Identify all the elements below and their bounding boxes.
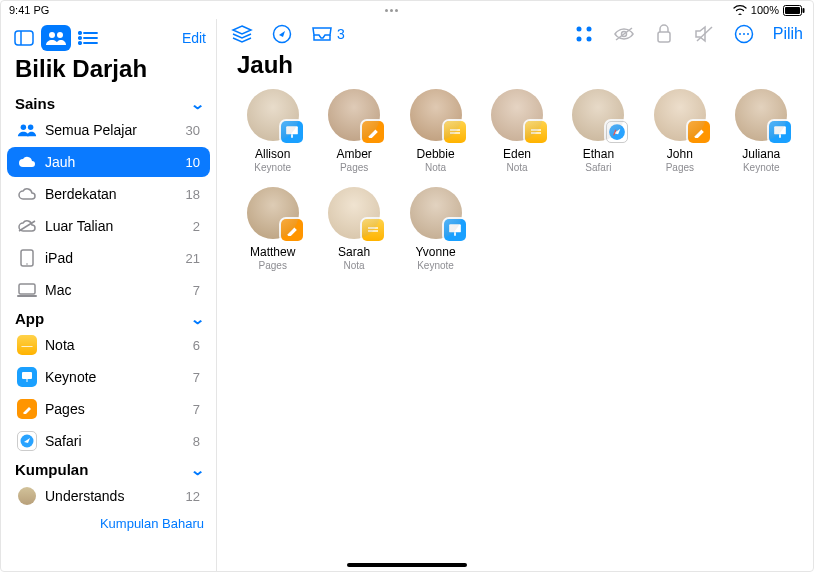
student-app: Safari [585, 162, 611, 173]
student-card[interactable]: DebbieNota [400, 89, 471, 173]
sidebar-item-count: 10 [186, 155, 200, 170]
student-card[interactable]: YvonneKeynote [400, 187, 471, 271]
student-card[interactable]: AmberPages [318, 89, 389, 173]
student-card[interactable]: EdenNota [481, 89, 552, 173]
sidebar-item-label: Jauh [45, 154, 178, 170]
svg-rect-2 [803, 8, 805, 13]
home-indicator[interactable] [347, 563, 467, 567]
student-name: Allison [255, 147, 290, 161]
nota-badge-icon [362, 219, 384, 241]
list-apps: —Nota6Keynote7Pages7Safari8 [1, 329, 216, 457]
sidebar-item-luar-talian[interactable]: Luar Talian2 [7, 211, 210, 241]
student-app: Nota [425, 162, 446, 173]
sidebar-item-label: Understands [45, 488, 178, 504]
sidebar-item-count: 7 [193, 402, 200, 417]
pages-icon [17, 399, 37, 419]
multitask-dots[interactable] [385, 9, 398, 12]
layers-button[interactable] [231, 23, 253, 45]
avatar [654, 89, 706, 141]
navigate-button[interactable] [271, 23, 293, 45]
more-button[interactable] [733, 23, 755, 45]
sidebar-toggle-button[interactable] [9, 25, 39, 51]
student-card[interactable]: AllisonKeynote [237, 89, 308, 173]
sidebar-item-count: 30 [186, 123, 200, 138]
people-view-button[interactable] [41, 25, 71, 51]
safari-badge-icon [606, 121, 628, 143]
section-header-label: Kumpulan [15, 461, 88, 478]
svg-rect-1 [785, 7, 800, 14]
sidebar-item-count: 8 [193, 434, 200, 449]
section-header-class[interactable]: Sains ⌄ [1, 91, 216, 114]
svg-point-34 [743, 33, 745, 35]
student-card[interactable]: EthanSafari [563, 89, 634, 173]
student-name: Amber [336, 147, 371, 161]
svg-point-26 [576, 37, 581, 42]
sidebar-item-mac[interactable]: Mac7 [7, 275, 210, 305]
hide-button[interactable] [613, 23, 635, 45]
compass-icon [271, 23, 293, 45]
svg-rect-3 [15, 31, 33, 45]
sidebar-item-label: iPad [45, 250, 178, 266]
svg-point-33 [739, 33, 741, 35]
section-header-groups[interactable]: Kumpulan ⌄ [1, 457, 216, 480]
sidebar-item-nota[interactable]: —Nota6 [7, 330, 210, 360]
section-header-apps[interactable]: App ⌄ [1, 306, 216, 329]
lock-icon [653, 23, 675, 45]
student-app: Nota [344, 260, 365, 271]
sidebar-item-berdekatan[interactable]: Berdekatan18 [7, 179, 210, 209]
student-card[interactable]: JulianaKeynote [726, 89, 797, 173]
student-app: Pages [666, 162, 694, 173]
avatar [247, 187, 299, 239]
student-card[interactable]: JohnPages [644, 89, 715, 173]
student-app: Keynote [743, 162, 780, 173]
student-name: Debbie [417, 147, 455, 161]
svg-rect-36 [286, 126, 298, 134]
avatar [735, 89, 787, 141]
svg-point-35 [747, 33, 749, 35]
avatar [491, 89, 543, 141]
mute-button[interactable] [693, 23, 715, 45]
cloud-icon [17, 152, 37, 172]
avatar [247, 89, 299, 141]
svg-point-9 [79, 37, 81, 39]
svg-point-13 [21, 125, 26, 130]
svg-point-11 [79, 42, 81, 44]
battery-percent: 100% [751, 4, 779, 16]
lock-button[interactable] [653, 23, 675, 45]
status-bar: 9:41 PG 100% [1, 1, 813, 19]
student-app: Pages [259, 260, 287, 271]
toolbar: 3 Pilih [217, 19, 813, 47]
svg-point-27 [586, 37, 591, 42]
edit-button[interactable]: Edit [182, 30, 206, 46]
svg-rect-30 [658, 32, 670, 42]
inbox-button[interactable]: 3 [311, 23, 345, 45]
keynote-icon [17, 367, 37, 387]
student-card[interactable]: SarahNota [318, 187, 389, 271]
sidebar-item-ipad[interactable]: iPad21 [7, 243, 210, 273]
sidebar-item-count: 7 [193, 283, 200, 298]
student-card[interactable]: MatthewPages [237, 187, 308, 271]
cloud-off-icon [17, 216, 37, 236]
new-group-button[interactable]: Kumpulan Baharu [1, 512, 216, 531]
avatar [572, 89, 624, 141]
group-avatar-icon [17, 486, 37, 506]
svg-rect-47 [449, 224, 461, 232]
sidebar-item-understands[interactable]: Understands12 [7, 481, 210, 511]
safari-icon [17, 431, 37, 451]
mac-icon [17, 280, 37, 300]
sidebar-item-semua-pelajar[interactable]: Semua Pelajar30 [7, 115, 210, 145]
apps-grid-button[interactable] [573, 23, 595, 45]
select-button[interactable]: Pilih [773, 25, 803, 43]
ipad-icon [17, 248, 37, 268]
sidebar-item-safari[interactable]: Safari8 [7, 426, 210, 456]
app-window: 9:41 PG 100% [0, 0, 814, 572]
sidebar-item-pages[interactable]: Pages7 [7, 394, 210, 424]
sidebar-item-keynote[interactable]: Keynote7 [7, 362, 210, 392]
sidebar-item-label: Nota [45, 337, 185, 353]
sidebar-item-jauh[interactable]: Jauh10 [7, 147, 210, 177]
list-view-button[interactable] [73, 25, 103, 51]
svg-point-7 [79, 32, 81, 34]
ellipsis-circle-icon [733, 23, 755, 45]
sidebar-item-label: Keynote [45, 369, 185, 385]
sidebar-item-label: Berdekatan [45, 186, 178, 202]
